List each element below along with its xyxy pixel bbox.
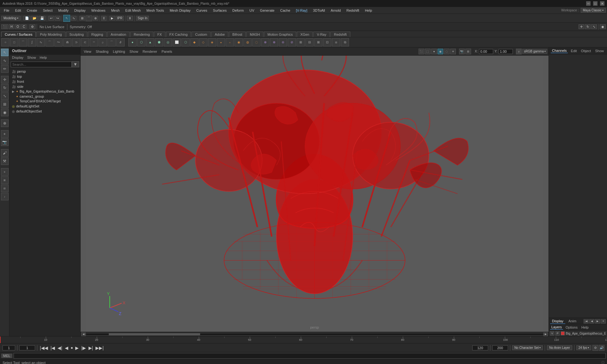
ipr-btn[interactable]: IPR [116,16,124,21]
shelf-icon-misc5[interactable]: ⊞ [297,38,305,46]
object-tab[interactable]: Object [580,49,592,53]
scroll-left-btn[interactable]: ◀ [81,332,86,336]
play-fwd-btn[interactable]: ▶ [75,345,79,350]
scroll-right-btn[interactable]: ▶ [543,332,548,336]
no-character-set-dropdown[interactable]: No Character Set [512,345,543,350]
menu-mesh-display[interactable]: Mesh Display [167,8,193,13]
mel-input[interactable] [14,353,606,359]
shelf-tab-poly[interactable]: Poly Modeling [36,32,65,37]
vp-resolution-btn[interactable]: ⊞ [465,49,471,54]
coord-x-input[interactable] [479,49,493,54]
fps-dropdown[interactable]: 24 fps [576,345,591,350]
layer-btn-next[interactable]: ▶ [595,319,600,324]
redo-btn[interactable]: ↪ [55,16,60,21]
layer-btn-prev[interactable]: ◀ [589,319,594,324]
move-tool-btn[interactable]: ✛ [1,76,9,83]
snap-grid-btn[interactable]: ⊞ [79,16,85,21]
outliner-item-lightset[interactable]: ◎ defaultLightSet [9,104,80,109]
shelf-tab-redshift[interactable]: Redshift [330,32,350,37]
rotate-tool-btn[interactable]: ↻ [1,84,9,92]
camera-tools-btn[interactable]: 📷 [1,138,9,146]
close-button[interactable]: ✕ [600,1,604,6]
vp-menu-lighting[interactable]: Lighting [111,49,127,54]
options-tab[interactable]: Options [564,325,579,330]
prev-frame-btn[interactable]: ◀| [57,345,63,350]
menu-modify[interactable]: Modify [56,8,71,13]
pause-btn[interactable]: ⏸ [127,16,133,21]
vp-wireframe-shaded-btn[interactable]: ◉ [438,49,443,54]
menu-file[interactable]: File [1,8,12,13]
display-layers-btn[interactable]: ⊟ [1,185,9,192]
menu-curves[interactable]: Curves [194,8,210,13]
shelf-icon-sphere[interactable]: ● [128,38,137,46]
shelf-icon-curve4[interactable]: ⌒ [46,38,54,46]
shelf-icon-curve6[interactable]: ⋒ [63,38,71,46]
open-btn[interactable]: 📂 [31,16,38,21]
select-obj-btn[interactable]: O [15,24,21,29]
select-all-btn[interactable]: ⬛ [1,24,8,29]
lasso-btn[interactable]: ∿ [71,16,77,21]
shelf-icon-nurbs4[interactable]: ⬥ [217,38,225,46]
minimize-button[interactable]: ─ [586,1,591,6]
shelf-icon-misc8[interactable]: ⊡ [323,38,331,46]
shelf-icon-misc9[interactable]: ⧈ [332,38,340,46]
shelf-icon-nurbs7[interactable]: ◍ [243,38,252,46]
outliner-help-menu[interactable]: Help [39,55,48,60]
edit-tab[interactable]: Edit [570,49,578,53]
max-range-input[interactable] [492,345,508,350]
scale-btn[interactable]: ⤡ [591,24,597,29]
vp-menu-renderer[interactable]: Renderer [141,49,159,54]
shelf-tab-fx[interactable]: FX [154,32,165,37]
shelf-icon-curve10[interactable]: ⌕ [99,38,107,46]
shelf-icon-nurbs6[interactable]: ◉ [235,38,243,46]
show-tab[interactable]: Show [594,49,605,53]
vp-menu-panels[interactable]: Panels [160,49,174,54]
maximize-button[interactable]: □ [593,1,598,6]
layers-tab[interactable]: Layers [550,325,563,330]
menu-3dtoall[interactable]: 3DToAll [310,8,328,13]
shelf-icon-nurbs5[interactable]: ⬦ [226,38,234,46]
menu-uv[interactable]: UV [247,8,257,13]
shelf-icon-curve11[interactable]: ⌒ [107,38,116,46]
shelf-icon-curve2[interactable]: ∫ [28,38,36,46]
outliner-item-bigape[interactable]: ▶ ✦ Big_Ape_Gigantopithecus_Eats_Bamb [9,89,80,94]
select-comp-btn[interactable]: C [21,24,27,29]
shelf-icon-curve8[interactable]: ⊂ [81,38,89,46]
outliner-display-menu[interactable]: Display [11,55,25,60]
scroll-thumb[interactable] [109,333,200,335]
display-tab[interactable]: Display [550,318,565,324]
menu-generate[interactable]: Generate [257,8,277,13]
vp-smooth-btn[interactable]: ● [431,49,437,54]
last-frame-btn[interactable]: ▶▶| [95,345,104,350]
current-frame-input[interactable] [3,345,15,350]
shelf-icon-misc3[interactable]: ⊖ [279,38,287,46]
first-frame-btn[interactable]: |◀◀ [39,345,49,350]
timeline-axis[interactable] [0,336,607,343]
search-btn[interactable]: ▼ [72,61,79,67]
shelf-icon-misc1[interactable]: ⊗ [261,38,269,46]
search-input[interactable] [11,62,72,67]
viewport-scroll-h[interactable]: ◀ ▶ [81,332,549,336]
shelf-icon-square[interactable]: □ [10,38,18,46]
universal-manip-btn[interactable]: ⊞ [1,100,9,108]
vp-camera-icon[interactable]: 📷 [459,49,465,54]
sculpt-btn[interactable]: ⚒ [1,157,9,165]
shelf-icon-nurbs1[interactable]: ◆ [190,38,199,46]
shelf-icon-cube[interactable]: ⬡ [137,38,145,46]
anim-tab[interactable]: Anim [567,318,578,324]
menu-help[interactable]: Help [362,8,375,13]
shelf-tab-curves[interactable]: Curves / Surfaces [1,32,36,37]
menu-display[interactable]: Display [72,8,88,13]
select-hier-btn[interactable]: H [9,24,14,29]
vp-lighting-btn[interactable]: ☀ [450,49,456,54]
menu-arnold[interactable]: Arnold [328,8,343,13]
gamma-dropdown[interactable]: sRGB gamma [522,49,547,54]
audio-btn[interactable]: 🔊 [599,345,604,351]
render-layers-btn[interactable]: ⊞ [1,176,9,184]
shelf-icon-curve12[interactable]: ∂ [116,38,125,46]
outliner-item-side[interactable]: 🎥 side [9,84,80,89]
menu-redshift[interactable]: Redshift [344,8,362,13]
lasso-tool-btn[interactable]: ∿ [1,57,9,64]
shelf-icon-misc2[interactable]: ⊕ [270,38,278,46]
vp-menu-shading[interactable]: Shading [94,49,110,54]
